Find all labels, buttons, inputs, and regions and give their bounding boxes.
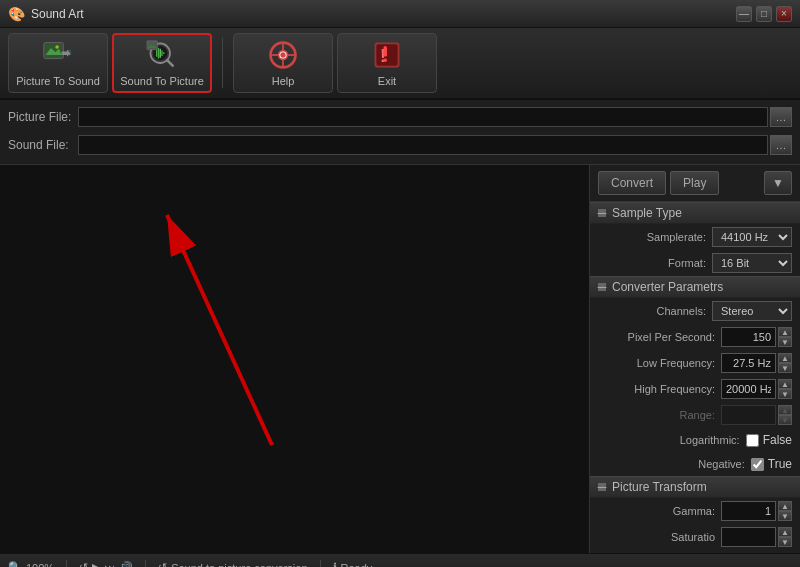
sound-file-row: Sound File: … (8, 132, 792, 158)
low-frequency-input[interactable] (721, 353, 776, 373)
gamma-up-button[interactable]: ▲ (778, 501, 792, 511)
saturation-input[interactable] (721, 527, 776, 547)
range-input[interactable] (721, 405, 776, 425)
help-icon (267, 39, 299, 71)
close-button[interactable]: × (776, 6, 792, 22)
high-frequency-up-button[interactable]: ▲ (778, 379, 792, 389)
pixel-per-second-control: ▲ ▼ (721, 327, 792, 347)
samplerate-control: 44100 Hz 22050 Hz 48000 Hz 96000 Hz (712, 227, 792, 247)
playback-controls: ↺ ▶ ⏭ 🔊 (79, 561, 133, 567)
file-area: Picture File: … Sound File: … (0, 100, 800, 165)
help-button[interactable]: Help (233, 33, 333, 93)
channels-dropdown[interactable]: Stereo Mono (712, 301, 792, 321)
sound-to-picture-label: Sound To Picture (120, 75, 204, 87)
zoom-icon: 🔍 (8, 561, 22, 567)
range-spinners: ▲ ▼ (778, 405, 792, 425)
status-message: Sound to picture conversion (171, 562, 307, 568)
negative-checkbox[interactable] (751, 458, 764, 471)
picture-browse-button[interactable]: … (770, 107, 792, 127)
negative-row: Negative: True (590, 452, 800, 476)
action-bar: Convert Play ▼ (590, 165, 800, 202)
negative-control: True (751, 457, 792, 471)
format-label: Format: (598, 257, 712, 269)
window-controls: — □ × (736, 6, 792, 22)
negative-value: True (768, 457, 792, 471)
high-frequency-down-button[interactable]: ▼ (778, 389, 792, 399)
restart-icon[interactable]: ↺ (79, 561, 88, 567)
picture-transform-label: Picture Transform (612, 480, 707, 494)
logarithmic-value: False (763, 433, 792, 447)
zoom-value: 100% (26, 562, 54, 568)
logarithmic-control: False (746, 433, 792, 447)
samplerate-label: Samplerate: (598, 231, 712, 243)
play-button[interactable]: Play (670, 171, 719, 195)
picture-transform-collapse-icon: — (598, 483, 606, 491)
converter-params-section-header[interactable]: — Converter Parametrs (590, 276, 800, 298)
range-label: Range: (598, 409, 721, 421)
saturation-row: Saturatio ▲ ▼ (590, 524, 800, 550)
logarithmic-checkbox[interactable] (746, 434, 759, 447)
gamma-down-button[interactable]: ▼ (778, 511, 792, 521)
sample-type-section-header[interactable]: — Sample Type (590, 202, 800, 224)
saturation-spinners: ▲ ▼ (778, 527, 792, 547)
picture-to-sound-icon: ♫ (42, 39, 74, 71)
sound-to-picture-button[interactable]: Sound To Picture (112, 33, 212, 93)
sound-file-input[interactable] (78, 135, 768, 155)
picture-to-sound-button[interactable]: ♫ Picture To Sound (8, 33, 108, 93)
ready-text: Ready (341, 562, 373, 568)
status-divider-1 (66, 560, 67, 568)
format-dropdown[interactable]: 16 Bit 8 Bit 24 Bit 32 Bit (712, 253, 792, 273)
low-frequency-down-button[interactable]: ▼ (778, 363, 792, 373)
volume-icon[interactable]: 🔊 (119, 561, 133, 567)
exit-button[interactable]: ! Exit (337, 33, 437, 93)
play-icon[interactable]: ▶ (92, 561, 100, 567)
saturation-down-button[interactable]: ▼ (778, 537, 792, 547)
high-frequency-input[interactable] (721, 379, 776, 399)
main-content: Convert Play ▼ — Sample Type Samplerate:… (0, 165, 800, 553)
ready-item: ℹ Ready (333, 561, 373, 567)
gamma-label: Gamma: (598, 505, 721, 517)
range-down-button[interactable]: ▼ (778, 415, 792, 425)
info-icon: ↺ (158, 561, 167, 567)
gamma-spinners: ▲ ▼ (778, 501, 792, 521)
gamma-row: Gamma: ▲ ▼ (590, 498, 800, 524)
low-frequency-control: ▲ ▼ (721, 353, 792, 373)
convert-button[interactable]: Convert (598, 171, 666, 195)
negative-label: Negative: (598, 458, 751, 470)
pixel-per-second-up-button[interactable]: ▲ (778, 327, 792, 337)
sound-file-label: Sound File: (8, 138, 78, 152)
sound-to-picture-icon (146, 39, 178, 71)
low-frequency-up-button[interactable]: ▲ (778, 353, 792, 363)
app-icon: 🎨 (8, 6, 25, 22)
low-frequency-row: Low Frequency: ▲ ▼ (590, 350, 800, 376)
skip-forward-icon[interactable]: ⏭ (104, 562, 115, 568)
sound-browse-button[interactable]: … (770, 135, 792, 155)
channels-label: Channels: (598, 305, 712, 317)
status-divider-3 (320, 560, 321, 568)
low-frequency-spinners: ▲ ▼ (778, 353, 792, 373)
picture-transform-section-header[interactable]: — Picture Transform (590, 476, 800, 498)
settings-button[interactable]: ▼ (764, 171, 792, 195)
high-frequency-label: High Frequency: (598, 383, 721, 395)
toolbar-separator (222, 38, 223, 88)
maximize-button[interactable]: □ (756, 6, 772, 22)
picture-file-label: Picture File: (8, 110, 78, 124)
samplerate-dropdown[interactable]: 44100 Hz 22050 Hz 48000 Hz 96000 Hz (712, 227, 792, 247)
svg-line-29 (167, 215, 272, 445)
pixel-per-second-down-button[interactable]: ▼ (778, 337, 792, 347)
picture-file-input[interactable] (78, 107, 768, 127)
gamma-input[interactable] (721, 501, 776, 521)
exit-icon: ! (371, 39, 403, 71)
saturation-control: ▲ ▼ (721, 527, 792, 547)
pixel-per-second-input[interactable] (721, 327, 776, 347)
low-frequency-label: Low Frequency: (598, 357, 721, 369)
logarithmic-label: Logarithmic: (598, 434, 746, 446)
zoom-item: 🔍 100% (8, 561, 54, 567)
channels-row: Channels: Stereo Mono (590, 298, 800, 324)
sample-type-collapse-icon: — (598, 209, 606, 217)
minimize-button[interactable]: — (736, 6, 752, 22)
svg-point-3 (55, 45, 59, 49)
range-up-button[interactable]: ▲ (778, 405, 792, 415)
high-frequency-row: High Frequency: ▲ ▼ (590, 376, 800, 402)
saturation-up-button[interactable]: ▲ (778, 527, 792, 537)
